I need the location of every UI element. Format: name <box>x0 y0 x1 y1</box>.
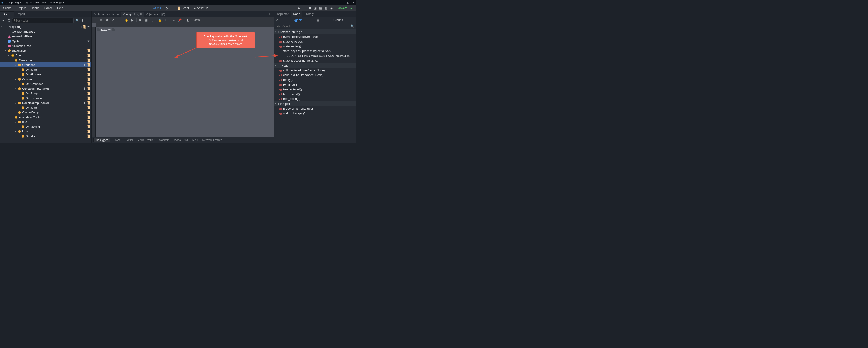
scene-tab[interactable]: [unsaved](*) <box>144 11 167 17</box>
tree-node[interactable]: On Moving📜 <box>0 124 91 129</box>
scale-tool-icon[interactable]: ⤢ <box>111 18 115 22</box>
workspace-3d[interactable]: ⬘ 3D <box>164 5 174 11</box>
tree-node[interactable]: On Jump📜 <box>0 91 91 96</box>
camera-icon[interactable]: ◈ <box>330 6 333 10</box>
expand-icon[interactable]: ▾ <box>275 103 278 105</box>
link-icon[interactable]: ⛓ <box>7 19 11 23</box>
snap-icon[interactable]: ⊞ <box>138 18 143 22</box>
pin-icon[interactable]: 📌 <box>178 18 182 22</box>
anim-icon[interactable]: ◧ <box>186 18 190 22</box>
signal-item[interactable]: ▾state_physics_processing(delta: var) <box>274 49 355 54</box>
bottom-tab-profiler[interactable]: Profiler <box>122 138 135 142</box>
move-tool-icon[interactable]: ✥ <box>99 18 103 22</box>
signal-section[interactable]: ▾○Node <box>274 63 355 68</box>
visibility-icon[interactable]: 👁 <box>87 25 90 29</box>
scene-tab[interactable]: platformer_demo <box>92 11 121 17</box>
zoom-in-icon[interactable]: + <box>112 28 115 31</box>
script-icon[interactable]: 📜 <box>87 125 90 128</box>
signal-item[interactable]: script_changed() <box>274 111 355 116</box>
play-scene-icon[interactable]: ▣ <box>313 6 317 10</box>
search-icon[interactable]: 🔍 <box>350 25 354 28</box>
signal-section[interactable]: ▾▢Object <box>274 101 355 106</box>
list-tool-icon[interactable]: ☰ <box>119 18 123 22</box>
add-tab-icon[interactable]: + <box>167 11 173 17</box>
tree-node[interactable]: On Idle📜 <box>0 134 91 139</box>
dock-menu-icon[interactable]: ⋮ <box>85 11 91 17</box>
script-icon[interactable]: 📜 <box>83 25 86 29</box>
signal-item[interactable]: state_entered() <box>274 39 355 44</box>
select-tool-icon[interactable]: ▭ <box>93 18 97 22</box>
dock-tab-history[interactable]: History <box>303 11 316 17</box>
bottom-tab-debugger[interactable]: Debugger <box>93 138 111 142</box>
script-icon[interactable]: 📜 <box>87 120 90 124</box>
script-icon[interactable]: 📜 <box>87 116 90 119</box>
expand-icon[interactable]: ▾ <box>15 121 18 123</box>
tree-node[interactable]: ▾Idle📜 <box>0 119 91 124</box>
menu-editor[interactable]: Editor <box>43 5 54 11</box>
zoom-out-icon[interactable]: − <box>97 28 100 31</box>
tree-node[interactable]: AnimationTree <box>0 43 91 48</box>
expand-icon[interactable]: ▾ <box>15 88 18 90</box>
minimize-button[interactable]: — <box>342 1 344 4</box>
dock-tab-node[interactable]: Node <box>291 11 302 17</box>
tree-node[interactable]: ▾Move📜 <box>0 129 91 134</box>
dock-tab-scene[interactable]: Scene <box>0 11 14 17</box>
signal-item[interactable]: state_exited() <box>274 44 355 49</box>
tree-node[interactable]: ▾CoyoteJumpEnabled⋔📜 <box>0 86 91 91</box>
tree-node[interactable]: ▾Animation Control📜 <box>0 115 91 119</box>
view-menu[interactable]: View <box>192 18 202 22</box>
signal-item[interactable]: renamed() <box>274 82 355 87</box>
script-icon[interactable]: 📜 <box>87 101 90 105</box>
close-tab-icon[interactable]: ✕ <box>140 13 142 15</box>
lock-icon[interactable]: 🔒 <box>158 18 162 22</box>
expand-icon[interactable]: ▾ <box>1 26 4 28</box>
group-icon[interactable]: ⊡ <box>164 18 168 22</box>
tree-node[interactable]: ▾Root📜 <box>0 53 91 58</box>
tree-node[interactable]: On Airborne📜 <box>0 72 91 77</box>
tree-node[interactable]: ▾Airborne📜 <box>0 77 91 81</box>
signal-section[interactable]: ▾⚙atomic_state.gd <box>274 29 355 34</box>
grid-icon[interactable]: ▦ <box>144 18 148 22</box>
signal-item[interactable]: child_exiting_tree(node: Node) <box>274 73 355 77</box>
instance-icon[interactable]: ◫ <box>79 25 82 29</box>
bottom-tab-video-ram[interactable]: Video RAM <box>172 138 190 142</box>
script-icon[interactable]: 📜 <box>87 78 90 81</box>
zoom-level[interactable]: 112.2 % <box>101 28 111 31</box>
tree-node[interactable]: On Grounded📜 <box>0 81 91 86</box>
search-icon[interactable]: 🔍 <box>75 19 79 23</box>
play-custom-icon[interactable]: ▥ <box>324 6 328 10</box>
tree-node[interactable]: On Expiration📜 <box>0 96 91 101</box>
tree-node[interactable]: ▾Movement📜 <box>0 58 91 63</box>
script-icon[interactable]: 📜 <box>87 54 90 57</box>
viewport-2d[interactable]: − 112.2 % + Jumping is allowed in the Gr… <box>92 23 274 137</box>
script-icon[interactable]: 📜 <box>87 97 90 100</box>
renderer-dropdown[interactable]: Forward+ ⌄ <box>335 6 354 10</box>
groups-tab[interactable]: Groups <box>321 18 356 23</box>
signal-item[interactable]: tree_exited() <box>274 92 355 97</box>
tree-node[interactable]: On Jump📜 <box>0 105 91 110</box>
stop-icon[interactable]: ⏹ <box>308 6 312 10</box>
script-icon[interactable]: 📜 <box>87 59 90 62</box>
tree-node[interactable]: CollisionShape2D <box>0 29 91 34</box>
script-icon[interactable]: 📜 <box>87 49 90 52</box>
tree-node[interactable]: On Jump📜 <box>0 67 91 72</box>
menu-help[interactable]: Help <box>56 5 65 11</box>
signal-connection[interactable]: →]../../../.. :: _on_jump_enabled_state_… <box>274 54 355 58</box>
bottom-tab-monitors[interactable]: Monitors <box>157 138 172 142</box>
close-button[interactable]: ✕ <box>352 1 354 4</box>
tree-options-icon[interactable]: ⚙ <box>81 19 85 23</box>
workspace-assetlib[interactable]: ⬇ AssetLib <box>192 5 210 11</box>
expand-icon[interactable]: ▾ <box>15 130 18 133</box>
bottom-tab-visual-profiler[interactable]: Visual Profiler <box>135 138 157 142</box>
signal-item[interactable]: child_entered_tree(node: Node) <box>274 68 355 73</box>
menu-project[interactable]: Project <box>15 5 27 11</box>
signal-connected-icon[interactable]: ⋔ <box>83 87 86 90</box>
bone-icon[interactable]: ⟓ <box>172 18 176 22</box>
tree-node[interactable]: ▾DoubleJumpEnabled⋔📜 <box>0 101 91 105</box>
expand-icon[interactable]: ▾ <box>11 59 14 61</box>
ruler-tool-icon[interactable]: ▶ <box>130 18 134 22</box>
dock-tab-import[interactable]: Import <box>14 11 28 17</box>
dock-tab-inspector[interactable]: Inspector <box>274 11 291 17</box>
pause-icon[interactable]: ⏸ <box>303 6 306 10</box>
filter-nodes-input[interactable] <box>12 18 74 23</box>
